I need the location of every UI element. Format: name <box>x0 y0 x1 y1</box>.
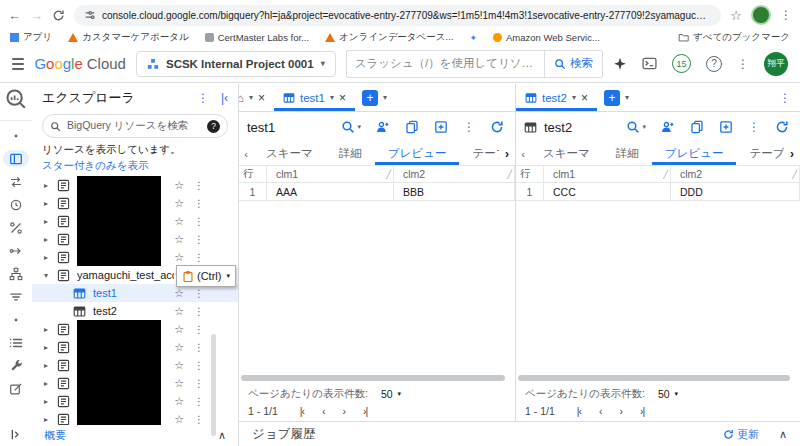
star-icon[interactable]: ☆ <box>174 179 184 192</box>
cloud-shell-icon[interactable] <box>642 56 657 71</box>
global-search[interactable]: スラッシュ（/）を使用してリソース、ドキュメント、プロダ... 検索 <box>346 50 603 78</box>
account-avatar[interactable]: 翔平 <box>764 52 788 76</box>
pane-menu-icon[interactable]: ⋮ <box>779 91 800 105</box>
new-tab-dropdown-icon[interactable]: ▾ <box>625 93 629 102</box>
horizontal-scrollbar[interactable] <box>518 375 790 381</box>
chevron-down-icon[interactable]: ▾ <box>330 93 334 102</box>
expand-caret-icon[interactable]: ▸ <box>44 253 57 262</box>
page-size-value[interactable]: 50 <box>381 388 393 400</box>
expand-caret-icon[interactable]: ▸ <box>44 343 57 352</box>
expand-caret-icon[interactable]: ▸ <box>44 415 57 424</box>
star-icon[interactable]: ☆ <box>174 233 184 246</box>
expand-caret-icon[interactable]: ▸ <box>44 235 57 244</box>
last-page-icon[interactable]: ›| <box>640 405 644 417</box>
new-tab-button[interactable]: + <box>604 90 620 106</box>
tree-row-redacted[interactable]: ▸☆⋮ <box>32 230 238 248</box>
star-icon[interactable]: ☆ <box>174 377 184 390</box>
bookmark-apps[interactable]: アプリ <box>10 31 52 44</box>
expand-caret-icon[interactable]: ▸ <box>44 325 57 334</box>
row-menu-icon[interactable]: ⋮ <box>194 252 204 263</box>
notifications-badge[interactable]: 15 <box>672 54 691 73</box>
overview-link[interactable]: 概要 <box>44 428 218 443</box>
row-menu-icon[interactable]: ⋮ <box>194 198 204 209</box>
tree-row-redacted[interactable]: ▸☆⋮ <box>32 392 238 410</box>
hamburger-menu-icon[interactable] <box>12 58 24 70</box>
bigquery-logo-icon[interactable] <box>5 88 27 110</box>
tree-row-redacted[interactable]: ▸☆⋮ <box>32 176 238 194</box>
star-icon[interactable]: ☆ <box>174 359 184 372</box>
refresh-button[interactable] <box>775 120 789 134</box>
row-menu-icon[interactable]: ⋮ <box>194 360 204 371</box>
all-bookmarks-button[interactable]: すべてのブックマーク <box>678 31 790 44</box>
star-icon[interactable]: ☆ <box>174 413 184 426</box>
bookmark-certmaster[interactable]: CertMaster Labs for... <box>205 32 309 43</box>
search-button[interactable]: 検索 <box>544 51 602 77</box>
tab-schema[interactable]: スキーマ <box>253 142 326 165</box>
star-icon[interactable]: ☆ <box>174 197 184 210</box>
column-resize-handle[interactable]: ╱ <box>792 170 799 179</box>
rail-transfers-icon[interactable] <box>3 173 29 190</box>
star-icon[interactable]: ☆ <box>174 215 184 228</box>
star-icon[interactable]: ☆ <box>174 305 184 318</box>
tabs-scroll-right-icon[interactable]: › <box>499 142 515 165</box>
close-icon[interactable]: × <box>258 91 265 105</box>
last-page-icon[interactable]: ›| <box>363 405 367 417</box>
collapse-up-icon[interactable]: ∧ <box>218 429 226 442</box>
expand-caret-icon[interactable]: ▸ <box>44 181 57 190</box>
close-icon[interactable]: × <box>339 91 346 105</box>
help-icon[interactable]: ? <box>706 56 722 72</box>
star-filter-link[interactable]: スター付きのみを表示 <box>32 157 238 176</box>
prev-page-icon[interactable]: ‹ <box>322 405 325 417</box>
header-menu-icon[interactable]: ⋮ <box>737 57 749 71</box>
tree-row-redacted[interactable]: ▸☆⋮ <box>32 248 238 266</box>
tab-schema[interactable]: スキーマ <box>530 142 603 165</box>
row-menu-icon[interactable]: ⋮ <box>194 306 204 317</box>
prev-page-icon[interactable]: ‹ <box>599 405 602 417</box>
next-page-icon[interactable]: › <box>343 405 346 417</box>
paste-options-tooltip[interactable]: (Ctrl) ▾ <box>176 265 236 287</box>
star-icon[interactable]: ☆ <box>174 323 184 336</box>
rail-dot-icon[interactable] <box>3 127 29 144</box>
more-actions-icon[interactable]: ⋮ <box>748 120 760 134</box>
star-icon[interactable]: ☆ <box>174 251 184 264</box>
expand-caret-icon[interactable]: ▸ <box>44 199 57 208</box>
first-page-icon[interactable]: |‹ <box>577 405 581 417</box>
resource-search-box[interactable]: BigQuery リソースを検索 ? <box>42 114 228 138</box>
tab-preview[interactable]: プレビュー <box>375 142 460 165</box>
chevron-down-icon[interactable]: ▾ <box>675 390 679 398</box>
browser-menu-icon[interactable]: ⋮ <box>780 8 792 22</box>
expand-caret-icon[interactable]: ▸ <box>44 217 57 226</box>
tree-row-redacted[interactable]: ▸☆⋮ <box>32 212 238 230</box>
rail-wrench-icon[interactable] <box>3 357 29 374</box>
row-menu-icon[interactable]: ⋮ <box>194 342 204 353</box>
tree-row-redacted[interactable]: ▸☆⋮ <box>32 320 238 338</box>
tree-row-redacted[interactable]: ▸☆⋮ <box>32 356 238 374</box>
row-menu-icon[interactable]: ⋮ <box>194 378 204 389</box>
forward-icon[interactable]: → <box>30 8 43 23</box>
tabs-scroll-left-icon[interactable]: ‹ <box>516 142 530 165</box>
expand-caret-icon[interactable]: ▸ <box>44 361 57 370</box>
expand-caret-icon[interactable]: ▸ <box>44 397 57 406</box>
reload-icon[interactable] <box>52 9 65 22</box>
bookmark-online-db[interactable]: オンラインデータベース... <box>325 31 453 44</box>
share-button[interactable] <box>376 120 390 134</box>
bookmark-sparkle[interactable]: ✦ <box>469 33 477 43</box>
tree-row-redacted[interactable]: ▸☆⋮ <box>32 338 238 356</box>
query-search-button[interactable]: ▾ <box>341 120 361 134</box>
star-icon[interactable]: ☆ <box>174 395 184 408</box>
new-tab-button[interactable]: + <box>362 90 378 106</box>
explorer-menu-icon[interactable]: ⋮ <box>197 91 209 105</box>
rail-scheduled-queries-icon[interactable] <box>3 196 29 213</box>
chevron-down-icon[interactable]: ▾ <box>572 93 576 102</box>
chevron-down-icon[interactable]: ▾ <box>398 390 402 398</box>
collapse-up-icon[interactable]: ∧ <box>779 428 787 441</box>
job-refresh-button[interactable]: 更新 <box>723 427 759 442</box>
rail-filter-icon[interactable] <box>3 288 29 305</box>
row-menu-icon[interactable]: ⋮ <box>194 216 204 227</box>
rail-studio-icon[interactable] <box>3 150 29 167</box>
row-menu-icon[interactable]: ⋮ <box>194 234 204 245</box>
star-icon[interactable]: ☆ <box>174 287 184 300</box>
close-icon[interactable]: × <box>581 91 588 105</box>
star-icon[interactable]: ☆ <box>174 341 184 354</box>
snapshot-button[interactable] <box>719 120 733 134</box>
